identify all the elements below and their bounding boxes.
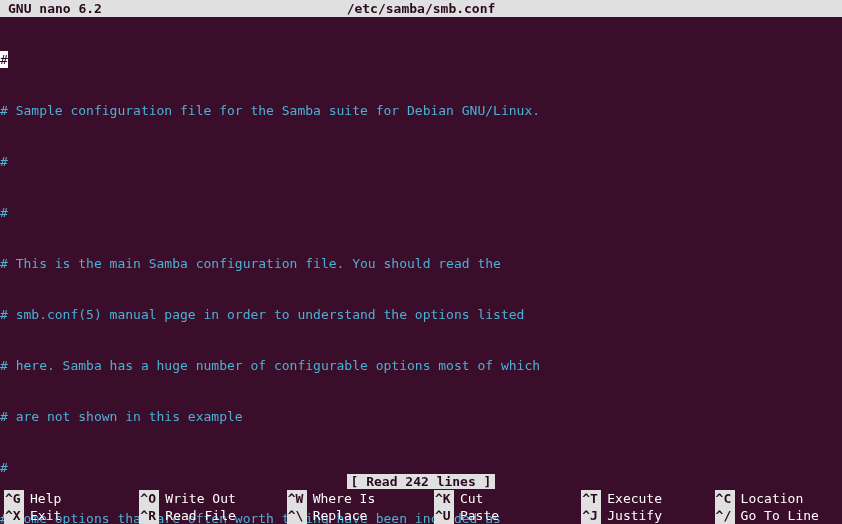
shortcut-writeout[interactable]: ^OWrite Out	[139, 490, 286, 507]
shortcut-whereis[interactable]: ^WWhere Is	[287, 490, 434, 507]
shortcut-justify[interactable]: ^JJustify	[581, 507, 714, 524]
shortcut-cut[interactable]: ^KCut	[434, 490, 581, 507]
file-line: # are not shown in this example	[0, 409, 243, 424]
file-line: # Sample configuration file for the Samb…	[0, 103, 540, 118]
title-bar: GNU nano 6.2 /etc/samba/smb.conf	[0, 0, 842, 17]
shortcut-location[interactable]: ^CLocation	[715, 490, 842, 507]
file-line: #	[0, 205, 8, 220]
shortcut-exit[interactable]: ^XExit	[4, 507, 139, 524]
shortcut-readfile[interactable]: ^RRead File	[139, 507, 286, 524]
shortcut-bar: ^GHelp ^OWrite Out ^WWhere Is ^KCut ^TEx…	[0, 490, 842, 524]
shortcut-gotoline[interactable]: ^/Go To Line	[715, 507, 842, 524]
shortcut-execute[interactable]: ^TExecute	[581, 490, 714, 507]
shortcut-paste[interactable]: ^UPaste	[434, 507, 581, 524]
status-message: [ Read 242 lines ]	[347, 474, 496, 489]
file-line: # here. Samba has a huge number of confi…	[0, 358, 540, 373]
shortcut-help[interactable]: ^GHelp	[4, 490, 139, 507]
editor-area[interactable]: # # Sample configuration file for the Sa…	[0, 17, 842, 524]
app-name: GNU nano 6.2	[2, 0, 102, 17]
file-line: # smb.conf(5) manual page in order to un…	[0, 307, 524, 322]
status-line: [ Read 242 lines ]	[0, 473, 842, 490]
cursor: #	[0, 51, 8, 68]
filename: /etc/samba/smb.conf	[0, 0, 842, 17]
shortcut-replace[interactable]: ^\Replace	[287, 507, 434, 524]
file-line: # This is the main Samba configuration f…	[0, 256, 501, 271]
file-line: #	[0, 154, 8, 169]
